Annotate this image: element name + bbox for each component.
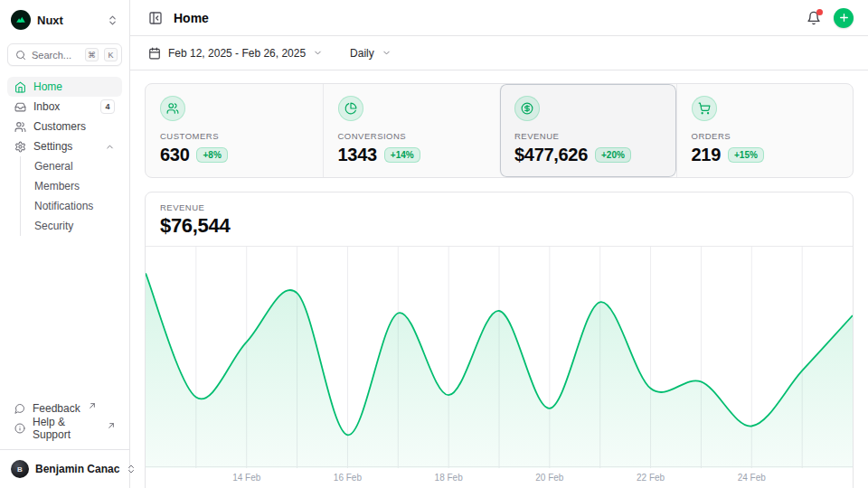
revenue-area-chart bbox=[146, 247, 853, 468]
kbd-k: K bbox=[104, 48, 118, 61]
stat-value: 1343 bbox=[338, 145, 377, 165]
notification-dot bbox=[816, 9, 823, 15]
x-axis-tick: 16 Feb bbox=[334, 473, 362, 483]
users-icon bbox=[160, 96, 185, 121]
stat-card-orders[interactable]: ORDERS 219 +15% bbox=[676, 84, 854, 177]
stat-label: ORDERS bbox=[692, 131, 839, 141]
speech-bubble-icon bbox=[14, 403, 25, 414]
sidebar-item-customers[interactable]: Customers bbox=[7, 117, 122, 136]
footer-link-label: Help & Support bbox=[33, 416, 99, 441]
sidebar-item-label: Inbox bbox=[33, 100, 60, 113]
settings-sub-list: General Members Notifications Security bbox=[20, 156, 122, 236]
sidebar-nav: Home Inbox 4 Customers Settings bbox=[7, 77, 122, 236]
sub-item-label: Security bbox=[34, 220, 73, 232]
delta-badge: +20% bbox=[595, 147, 631, 163]
avatar: B bbox=[11, 460, 29, 478]
user-menu[interactable]: B Benjamin Canac bbox=[7, 457, 122, 481]
external-link-icon bbox=[108, 422, 115, 429]
revenue-chart-card: REVENUE $76,544 14 Feb16 Feb18 Feb20 Feb… bbox=[145, 192, 854, 488]
chart-header: REVENUE $76,544 bbox=[146, 192, 853, 246]
filters-toolbar: Feb 12, 2025 - Feb 26, 2025 Daily bbox=[130, 36, 868, 70]
page-header: Home bbox=[130, 0, 868, 36]
sidebar-collapse-button[interactable] bbox=[148, 11, 163, 25]
delta-badge: +8% bbox=[196, 147, 227, 163]
kbd-meta: ⌘ bbox=[85, 48, 99, 61]
sidebar-item-general[interactable]: General bbox=[31, 156, 122, 176]
sidebar-item-label: Customers bbox=[33, 120, 86, 133]
search-icon bbox=[15, 50, 26, 61]
chevron-down-icon bbox=[382, 48, 392, 58]
stat-value: $477,626 bbox=[514, 145, 588, 165]
info-circle-icon bbox=[14, 423, 25, 434]
gear-icon bbox=[14, 141, 26, 153]
date-range-label: Feb 12, 2025 - Feb 26, 2025 bbox=[168, 47, 306, 60]
x-axis-labels: 14 Feb16 Feb18 Feb20 Feb22 Feb24 Feb bbox=[146, 467, 853, 488]
stat-label: CUSTOMERS bbox=[160, 131, 308, 141]
sub-item-label: General bbox=[34, 160, 73, 173]
notifications-button[interactable] bbox=[807, 11, 821, 25]
chevron-updown-icon bbox=[107, 14, 118, 26]
external-link-icon bbox=[89, 402, 96, 409]
pie-chart-icon bbox=[338, 96, 363, 121]
date-range-picker[interactable]: Feb 12, 2025 - Feb 26, 2025 bbox=[148, 47, 323, 60]
chart-plot-area bbox=[146, 246, 853, 467]
stat-card-revenue[interactable]: REVENUE $477,626 +20% bbox=[499, 84, 676, 177]
sidebar-footer: Feedback Help & Support bbox=[7, 399, 122, 442]
sidebar: Nuxt Search... ⌘ K Home Inbox 4 bbox=[0, 0, 130, 488]
inbox-count-badge: 4 bbox=[100, 99, 115, 114]
user-name: Benjamin Canac bbox=[35, 463, 119, 475]
team-switcher[interactable]: Nuxt bbox=[7, 9, 122, 31]
granularity-select[interactable]: Daily bbox=[350, 47, 392, 60]
x-axis-tick: 18 Feb bbox=[435, 473, 463, 483]
home-icon bbox=[14, 81, 26, 93]
sidebar-item-members[interactable]: Members bbox=[31, 176, 122, 196]
chart-label: REVENUE bbox=[160, 202, 838, 212]
x-axis-tick: 20 Feb bbox=[535, 473, 563, 483]
inbox-icon bbox=[14, 101, 26, 113]
search-placeholder: Search... bbox=[32, 50, 80, 61]
sidebar-item-notifications[interactable]: Notifications bbox=[31, 196, 122, 216]
chart-value: $76,544 bbox=[160, 214, 838, 238]
stat-card-conversions[interactable]: CONVERSIONS 1343 +14% bbox=[323, 84, 500, 177]
stat-value: 630 bbox=[160, 145, 189, 165]
sidebar-item-home[interactable]: Home bbox=[7, 77, 122, 97]
delta-badge: +15% bbox=[728, 147, 764, 163]
plus-icon bbox=[838, 12, 850, 23]
chevron-down-icon bbox=[313, 48, 323, 58]
sidebar-item-inbox[interactable]: Inbox 4 bbox=[7, 97, 122, 117]
x-axis-tick: 24 Feb bbox=[738, 473, 766, 483]
sidebar-item-label: Settings bbox=[33, 140, 72, 153]
main-area: Home Feb 12, 2025 - Feb 26, 2025 Daily bbox=[130, 0, 868, 488]
chevron-up-icon bbox=[105, 142, 115, 152]
sidebar-item-security[interactable]: Security bbox=[31, 216, 122, 236]
stat-value: 219 bbox=[692, 145, 721, 165]
dollar-circle-icon bbox=[514, 96, 540, 121]
divider bbox=[0, 449, 129, 450]
sidebar-item-label: Home bbox=[33, 80, 62, 93]
add-button[interactable] bbox=[834, 8, 854, 28]
users-icon bbox=[14, 121, 26, 133]
stat-label: REVENUE bbox=[514, 131, 662, 141]
granularity-label: Daily bbox=[350, 47, 374, 60]
stat-card-customers[interactable]: CUSTOMERS 630 +8% bbox=[146, 84, 323, 177]
stat-label: CONVERSIONS bbox=[338, 131, 486, 141]
nuxt-logo-icon bbox=[11, 10, 31, 30]
page-content: CUSTOMERS 630 +8% CONVERSIONS 1343 +14% bbox=[130, 70, 868, 488]
x-axis-tick: 14 Feb bbox=[232, 473, 260, 483]
sub-item-label: Notifications bbox=[34, 200, 93, 212]
cart-icon bbox=[692, 96, 717, 121]
delta-badge: +14% bbox=[384, 147, 420, 163]
stats-grid: CUSTOMERS 630 +8% CONVERSIONS 1343 +14% bbox=[145, 83, 854, 178]
calendar-icon bbox=[148, 47, 161, 60]
x-axis-tick: 22 Feb bbox=[637, 473, 665, 483]
help-support-link[interactable]: Help & Support bbox=[7, 418, 122, 438]
page-title: Home bbox=[174, 11, 209, 25]
team-name: Nuxt bbox=[37, 14, 100, 27]
sidebar-item-settings[interactable]: Settings bbox=[7, 136, 122, 156]
sub-item-label: Members bbox=[34, 180, 80, 192]
search-input[interactable]: Search... ⌘ K bbox=[7, 43, 122, 66]
footer-link-label: Feedback bbox=[33, 402, 80, 415]
